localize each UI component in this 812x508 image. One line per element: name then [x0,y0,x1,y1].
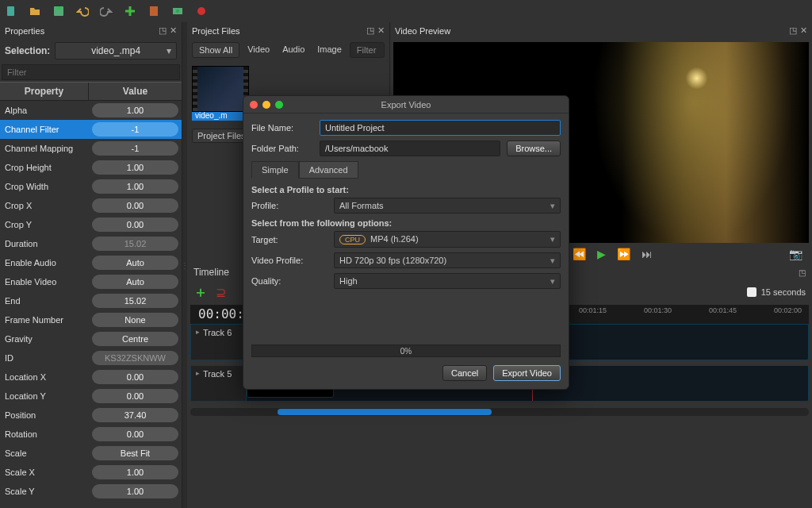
property-value[interactable]: 15.02 [92,237,178,251]
property-row[interactable]: Frame NumberNone [0,310,182,329]
folder-path-input[interactable] [320,140,500,156]
property-value[interactable]: -1 [92,141,178,156]
pf-tab-showall[interactable]: Show All [192,42,239,58]
property-row[interactable]: ScaleBest Fit [0,444,182,463]
window-zoom-icon[interactable] [275,101,283,109]
property-name: Crop Width [0,182,89,191]
snapshot-icon[interactable]: 📷 [789,248,802,260]
cpu-badge: CPU [339,235,366,244]
file-new-icon[interactable] [5,5,17,17]
tab-advanced[interactable]: Advanced [299,161,358,179]
property-value[interactable]: 0.00 [92,427,178,441]
property-row[interactable]: Enable VideoAuto [0,272,182,291]
file-name-input[interactable] [320,120,561,136]
pf-tab-video[interactable]: Video [243,42,274,58]
property-row[interactable]: Scale X1.00 [0,463,182,482]
property-value[interactable]: Auto [92,256,178,270]
selection-dropdown[interactable]: video_.mp4 [55,42,177,60]
detach-icon[interactable]: ◳ [789,25,797,36]
detach-icon[interactable]: ◳ [159,25,167,36]
property-value[interactable]: 15.02 [92,294,178,308]
property-row[interactable]: Rotation0.00 [0,425,182,444]
property-value[interactable]: 0.00 [92,370,178,384]
property-value[interactable]: -1 [92,122,178,137]
zoom-label: 15 seconds [761,287,806,297]
target-dropdown[interactable]: CPUMP4 (h.264) [334,231,561,248]
property-row[interactable]: Location Y0.00 [0,387,182,406]
property-row[interactable]: IDKS32ZSKNWW [0,348,182,368]
property-row[interactable]: GravityCentre [0,329,182,348]
property-value[interactable]: 1.00 [92,484,178,498]
jump-end-icon[interactable]: ⏭ [642,248,653,260]
property-row[interactable]: Scale Y1.00 [0,482,182,501]
property-row[interactable]: Crop Width1.00 [0,177,182,196]
property-value[interactable]: 0.00 [92,389,178,403]
property-name: ID [0,353,89,363]
property-value[interactable]: 1.00 [92,160,178,175]
export-video-button[interactable]: Export Video [493,365,561,381]
window-minimize-icon[interactable] [262,101,270,109]
export-icon[interactable] [171,5,184,17]
marker-icon[interactable] [147,5,160,17]
property-value[interactable]: 1.00 [92,465,178,479]
fast-forward-icon[interactable]: ⏩ [617,248,630,260]
property-row[interactable]: Enable AudioAuto [0,253,182,272]
pf-tab-audio[interactable]: Audio [278,42,309,58]
property-value[interactable]: 0.00 [92,198,178,213]
property-row[interactable]: Duration15.02 [0,234,182,253]
property-value[interactable]: 1.00 [92,179,178,194]
close-icon[interactable]: ✕ [170,25,177,36]
add-track-icon[interactable]: ＋ [193,283,208,302]
property-value[interactable]: 1.00 [92,103,178,117]
close-icon[interactable]: ✕ [800,25,807,36]
zoom-checkbox[interactable] [747,287,756,297]
video-profile-dropdown[interactable]: HD 720p 30 fps (1280x720) [334,252,561,268]
clip-thumbnail[interactable] [192,66,249,112]
property-row[interactable]: Crop Y0.00 [0,215,182,234]
quality-dropdown[interactable]: High [334,273,561,289]
property-row[interactable]: End15.02 [0,291,182,310]
cancel-button[interactable]: Cancel [442,365,487,381]
track-label[interactable]: Track 6 [191,325,247,360]
property-row[interactable]: Location X0.00 [0,368,182,387]
track-label[interactable]: Track 5 [191,366,247,401]
property-row[interactable]: Alpha1.00 [0,101,182,120]
property-value[interactable]: KS32ZSKNWW [92,351,178,365]
record-icon[interactable] [195,5,208,17]
property-value[interactable]: Centre [92,332,178,346]
undo-icon[interactable] [76,5,89,17]
property-value[interactable]: 0.00 [92,217,178,232]
redo-icon[interactable] [100,5,113,17]
property-filter-input[interactable] [2,64,180,80]
pf-filter-input[interactable]: Filter [350,42,385,58]
detach-icon[interactable]: ◳ [799,268,806,277]
property-value[interactable]: Auto [92,275,178,289]
property-name: Location Y [0,391,89,401]
pf-tab-image[interactable]: Image [312,42,347,58]
property-row[interactable]: Position37.40 [0,406,182,425]
profile-dropdown[interactable]: All Formats [334,198,561,214]
play-icon[interactable]: ▶ [597,248,606,260]
snap-icon[interactable]: ⊇ [216,285,226,300]
folder-path-label: Folder Path: [251,144,313,153]
timeline-scrollbar[interactable] [190,408,809,416]
property-value[interactable]: None [92,313,178,327]
property-table-header: Property Value [0,82,182,101]
dialog-titlebar[interactable]: Export Video [243,96,569,114]
scrollbar-thumb[interactable] [278,409,492,415]
file-open-icon[interactable] [29,5,41,17]
rewind-icon[interactable]: ⏪ [573,248,586,260]
property-row[interactable]: Channel Filter-1 [0,120,182,139]
property-row[interactable]: Crop X0.00 [0,196,182,215]
property-value[interactable]: Best Fit [92,446,178,460]
property-row[interactable]: Crop Height1.00 [0,158,182,177]
tab-simple[interactable]: Simple [251,161,299,179]
close-icon[interactable]: ✕ [377,25,385,36]
property-row[interactable]: Channel Mapping-1 [0,139,182,158]
detach-icon[interactable]: ◳ [366,25,374,36]
file-save-icon[interactable] [52,5,65,17]
add-icon[interactable] [124,5,136,17]
window-close-icon[interactable] [250,101,258,109]
property-value[interactable]: 37.40 [92,408,178,422]
browse-button[interactable]: Browse... [507,140,561,156]
